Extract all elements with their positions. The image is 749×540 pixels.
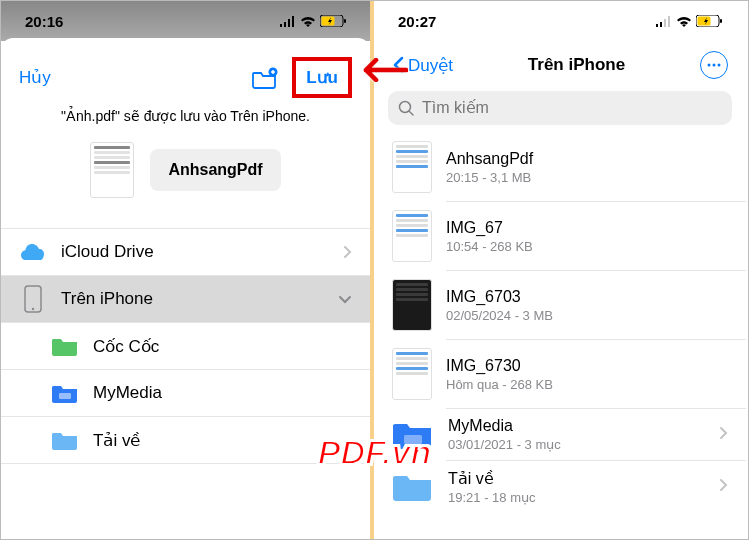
search-bar[interactable] [388,91,732,125]
chevron-right-icon [719,426,728,444]
save-info-text: "Ảnh.pdf" sẽ được lưu vào Trên iPhone. [1,108,370,142]
status-time: 20:27 [398,13,436,30]
nav-bar: Hủy Lưu [1,41,370,108]
file-info: Tải về19:21 - 18 mục [448,469,705,505]
location-label: Tải về [93,430,352,451]
search-input[interactable] [422,99,722,117]
file-name: IMG_6730 [446,357,728,375]
more-options-button[interactable] [700,51,728,79]
nav-bar: Duyệt Trên iPhone [374,41,746,85]
file-meta: Hôm qua - 268 KB [446,377,728,392]
status-bar: 20:27 [374,1,746,41]
folder-icon [392,470,434,504]
status-icons [279,15,346,27]
svg-rect-2 [344,19,346,23]
file-thumbnail [90,142,134,198]
file-name: Tải về [448,469,705,488]
file-meta: 20:15 - 3,1 MB [446,170,728,185]
chevron-right-icon [343,245,352,259]
location-icon [19,288,47,310]
file-info: IMG_670302/05/2024 - 3 MB [446,288,728,323]
location-label: Trên iPhone [61,289,324,309]
wifi-icon [676,16,692,27]
page-title: Trên iPhone [528,55,625,75]
location-icon [51,335,79,357]
file-row[interactable]: AnhsangPdf20:15 - 3,1 MB [374,133,746,201]
new-folder-icon[interactable] [252,67,278,89]
svg-rect-1 [322,17,335,26]
cancel-button[interactable]: Hủy [19,67,51,88]
search-icon [398,100,414,116]
file-info: MyMedia03/01/2021 - 3 mục [448,417,705,452]
file-info: AnhsangPdf20:15 - 3,1 MB [446,150,728,185]
location-label: iCloud Drive [61,242,329,262]
file-info: IMG_6710:54 - 268 KB [446,219,728,254]
save-button-highlight: Lưu [292,57,352,98]
svg-point-11 [712,64,715,67]
svg-rect-6 [59,393,71,399]
file-row[interactable]: IMG_670302/05/2024 - 3 MB [374,271,746,339]
status-bar: 20:16 [1,1,370,41]
svg-point-10 [707,64,710,67]
file-meta: 02/05/2024 - 3 MB [446,308,728,323]
location-label: MyMedia [93,383,352,403]
signal-icon [279,16,296,27]
back-label: Duyệt [408,55,453,76]
location-item-trên-iphone[interactable]: Trên iPhone [1,276,370,323]
battery-charging-icon [320,15,346,27]
location-list: iCloud DriveTrên iPhoneCốc CốcMyMediaTải… [1,228,370,464]
location-item-tải-về[interactable]: Tải về [1,417,370,464]
ellipsis-icon [707,63,721,67]
file-row[interactable]: IMG_6710:54 - 268 KB [374,202,746,270]
chevron-right-icon [719,478,728,496]
battery-charging-icon [696,15,722,27]
file-info: IMG_6730Hôm qua - 268 KB [446,357,728,392]
file-name: IMG_67 [446,219,728,237]
file-meta: 10:54 - 268 KB [446,239,728,254]
signal-icon [655,16,672,27]
location-item-icloud-drive[interactable]: iCloud Drive [1,229,370,276]
status-icons [655,15,722,27]
wifi-icon [300,16,316,27]
location-icon [19,241,47,263]
svg-point-12 [717,64,720,67]
file-name: MyMedia [448,417,705,435]
svg-rect-8 [698,17,711,26]
back-button[interactable]: Duyệt [392,55,453,76]
svg-point-5 [32,308,34,310]
status-time: 20:16 [25,13,63,30]
chevron-left-icon [392,56,404,74]
save-button[interactable]: Lưu [306,68,338,87]
file-thumbnail [392,348,432,400]
file-meta: 03/01/2021 - 3 mục [448,437,705,452]
location-icon [51,429,79,451]
file-thumbnail [392,141,432,193]
file-name: IMG_6703 [446,288,728,306]
svg-rect-9 [720,19,722,23]
file-preview: AnhsangPdf [1,142,370,228]
file-thumbnail [392,210,432,262]
watermark: PDF.vn [318,433,431,472]
location-icon [51,382,79,404]
location-item-mymedia[interactable]: MyMedia [1,370,370,417]
location-label: Cốc Cốc [93,336,352,357]
chevron-down-icon [338,295,352,304]
location-item-cốc-cốc[interactable]: Cốc Cốc [1,323,370,370]
file-thumbnail [392,279,432,331]
filename-field[interactable]: AnhsangPdf [150,149,280,191]
file-name: AnhsangPdf [446,150,728,168]
file-row[interactable]: IMG_6730Hôm qua - 268 KB [374,340,746,408]
file-meta: 19:21 - 18 mục [448,490,705,505]
